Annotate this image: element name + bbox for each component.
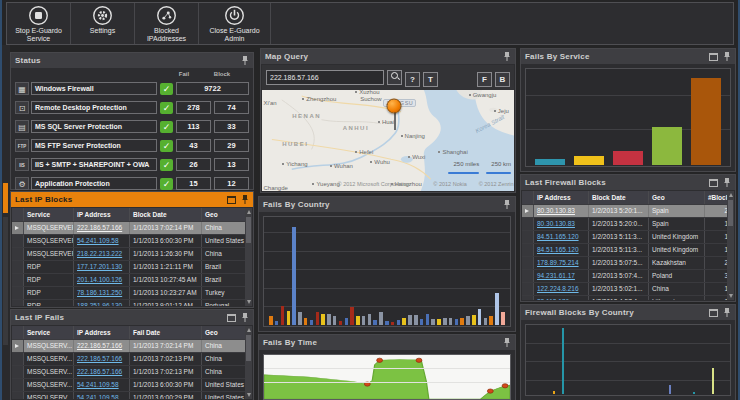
table-row[interactable]: MSSQLSERVER222.186.57.1661/1/2013 7:02:1… <box>12 222 245 235</box>
pin-icon[interactable] <box>502 339 511 347</box>
enabled-check-icon[interactable]: ✓ <box>160 159 173 171</box>
ip-cell[interactable]: 88.118.176.... <box>534 296 589 300</box>
map-canvas[interactable]: Xi'anZhengzhouXuzhouSuchowGwangjuJejuKor… <box>262 90 514 191</box>
nblock-cell: 1 <box>705 244 727 256</box>
status-row: FTPMS FTP Server Protection✓4329 <box>15 137 249 154</box>
column-header[interactable]: Service <box>24 208 74 221</box>
maximize-icon[interactable] <box>227 314 236 322</box>
ip-cell[interactable]: 54.241.109.58 <box>74 235 130 247</box>
settings-button[interactable]: Settings <box>71 3 135 44</box>
search-button[interactable] <box>387 70 402 85</box>
ip-cell[interactable]: 78.186.131.250 <box>74 287 130 299</box>
column-header[interactable]: IP Address <box>534 191 589 204</box>
map-view-button-b[interactable]: B <box>495 72 510 87</box>
ip-cell[interactable]: 80.30.130.83 <box>534 218 589 230</box>
table-row[interactable]: 84.51.165.1201/2/2013 5:11:3...United Ki… <box>522 231 727 244</box>
firewall-blocks-by-country-chart <box>525 324 731 396</box>
stop-service-button[interactable]: Stop E-Guardo Service <box>7 3 71 44</box>
pin-icon[interactable] <box>240 57 249 65</box>
pin-icon[interactable] <box>240 196 249 204</box>
table-row[interactable]: MSSQLSERV...54.241.109.581/1/2013 6:00:3… <box>12 379 245 392</box>
column-header[interactable]: Service <box>24 326 74 339</box>
table-row[interactable]: MSSQLSERVER54.241.109.581/1/2013 6:00:30… <box>12 235 245 248</box>
table-row[interactable]: RDP201.14.100.1261/1/2013 10:27:45 AMBra… <box>12 274 245 287</box>
table-row[interactable]: 122.224.8.2161/2/2013 5:02:1...China1 <box>522 283 727 296</box>
map-view-button-f[interactable]: F <box>477 72 492 87</box>
column-header[interactable]: #Block <box>705 191 727 204</box>
table-row[interactable]: 178.89.75.2141/2/2013 5:07:5...Kazakhsta… <box>522 257 727 270</box>
ip-cell[interactable]: 222.186.57.166 <box>74 353 130 365</box>
column-header[interactable]: Block Date <box>130 208 202 221</box>
scale-miles-label: 250 miles <box>454 161 480 167</box>
close-admin-button[interactable]: Close E-Guardo Admin <box>199 3 271 44</box>
service-cell: MSSQLSERVER <box>24 222 74 234</box>
ip-cell[interactable]: 84.51.165.120 <box>534 244 589 256</box>
column-header[interactable]: IP Address <box>74 208 130 221</box>
table-row[interactable]: RDP188.251.96.1301/1/2013 9:01:12 AMPort… <box>12 300 245 306</box>
maximize-icon[interactable] <box>227 196 236 204</box>
column-header[interactable]: Geo <box>649 191 705 204</box>
table-row[interactable]: 94.231.61.171/2/2013 5:07:4...Poland3 <box>522 270 727 283</box>
vertical-scrollbar[interactable] <box>245 326 252 399</box>
table-row[interactable]: 88.118.176....1/2/2013 4:57:4...Lithuani… <box>522 296 727 300</box>
map-tool-button-t[interactable]: T <box>423 72 438 87</box>
ip-cell[interactable]: 177.17.201.130 <box>74 261 130 273</box>
ip-cell[interactable]: 222.186.57.166 <box>74 340 130 352</box>
pin-icon[interactable] <box>502 53 511 61</box>
ip-cell[interactable]: 122.224.8.216 <box>534 283 589 295</box>
table-row[interactable]: MSSQLSERV...222.186.57.1661/1/2013 7:02:… <box>12 353 245 366</box>
pin-icon[interactable] <box>722 309 731 317</box>
ip-cell[interactable]: 94.231.61.17 <box>534 270 589 282</box>
enabled-check-icon[interactable]: ✓ <box>160 83 173 95</box>
ip-cell[interactable]: 201.14.100.126 <box>74 274 130 286</box>
table-row[interactable]: MSSQLSERVER218.22.213.2221/1/2013 1:26:3… <box>12 248 245 261</box>
table-row[interactable]: RDP78.186.131.2501/1/2013 10:23:27 AMTur… <box>12 287 245 300</box>
autohide-tab-active[interactable] <box>3 183 8 213</box>
blocked-ipaddresses-button[interactable]: Blocked IPAddresses <box>135 3 199 44</box>
table-row[interactable]: 80.30.130.831/2/2013 5:20:0...Spain1 <box>522 218 727 231</box>
autohide-tab[interactable] <box>3 217 8 345</box>
ip-cell[interactable]: 84.51.165.120 <box>534 231 589 243</box>
service-cell: RDP <box>24 261 74 273</box>
ip-search-input[interactable] <box>266 70 384 85</box>
enabled-check-icon[interactable]: ✓ <box>160 178 173 190</box>
column-header[interactable]: Fail Date <box>130 326 202 339</box>
table-row[interactable]: RDP177.17.201.1301/1/2013 1:21:11 PMBraz… <box>12 261 245 274</box>
column-header[interactable]: Geo <box>202 326 245 339</box>
table-row[interactable]: 80.30.130.831/2/2013 5:20:1...Spain2 <box>522 205 727 218</box>
table-row[interactable]: MSSQLSERV...222.186.57.1661/1/2013 7:02:… <box>12 340 245 353</box>
enabled-check-icon[interactable]: ✓ <box>160 121 173 133</box>
pin-icon[interactable] <box>502 201 511 209</box>
column-header[interactable]: Block Date <box>589 191 649 204</box>
maximize-icon[interactable] <box>709 179 718 187</box>
table-row[interactable]: MSSQLSERV...222.186.57.1661/1/2013 7:02:… <box>12 366 245 379</box>
ip-cell[interactable]: 178.89.75.214 <box>534 257 589 269</box>
ip-cell[interactable]: 80.30.130.83 <box>534 205 589 217</box>
pin-icon[interactable] <box>722 53 731 61</box>
ip-cell[interactable]: 54.241.109.58 <box>74 392 130 399</box>
vertical-scrollbar[interactable] <box>245 208 252 306</box>
maximize-icon[interactable] <box>709 309 718 317</box>
service-cell: MSSQLSERV... <box>24 340 74 352</box>
maximize-icon[interactable] <box>709 53 718 61</box>
vertical-scrollbar[interactable] <box>727 191 734 300</box>
column-header[interactable]: IP Address <box>74 326 130 339</box>
ip-cell[interactable]: 218.22.213.222 <box>74 248 130 260</box>
pin-icon[interactable] <box>240 314 249 322</box>
ip-cell[interactable]: 54.241.109.58 <box>74 379 130 391</box>
map-tool-button-?[interactable]: ? <box>405 72 420 87</box>
column-header[interactable]: Geo <box>202 208 245 221</box>
ip-cell[interactable]: 188.251.96.130 <box>74 300 130 306</box>
country-bar <box>431 319 435 325</box>
enabled-check-icon[interactable]: ✓ <box>160 102 173 114</box>
ip-cell[interactable]: 222.186.57.166 <box>74 222 130 234</box>
service-bar <box>652 127 682 165</box>
enabled-check-icon[interactable]: ✓ <box>160 140 173 152</box>
ip-cell[interactable]: 222.186.57.166 <box>74 366 130 378</box>
date-cell: 1/2/2013 4:57:4... <box>589 296 649 300</box>
pin-icon[interactable] <box>722 179 731 187</box>
map-label: Changde <box>262 185 288 191</box>
country-bar <box>397 320 401 325</box>
table-row[interactable]: 84.51.165.1201/2/2013 5:11:3...United Ki… <box>522 244 727 257</box>
table-row[interactable]: MSSQLSERV...54.241.109.581/1/2013 6:00:2… <box>12 392 245 399</box>
